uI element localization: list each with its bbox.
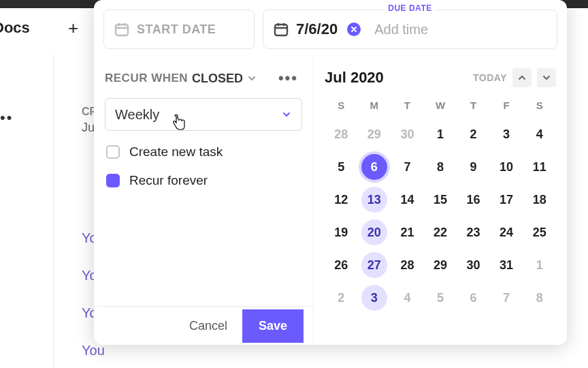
calendar-day[interactable]: 23 bbox=[457, 216, 490, 249]
calendar-day[interactable]: 7 bbox=[490, 281, 523, 314]
calendar-icon bbox=[273, 21, 289, 37]
calendar-day[interactable]: 19 bbox=[325, 216, 358, 249]
prev-month-button[interactable] bbox=[512, 68, 532, 87]
calendar-day-number: 6 bbox=[461, 285, 487, 311]
calendar-day[interactable]: 4 bbox=[523, 118, 556, 151]
calendar-day-number: 3 bbox=[493, 121, 519, 147]
add-time-button[interactable]: Add time bbox=[374, 22, 428, 37]
due-date-field[interactable]: DUE DATE 7/6/20 Add time bbox=[263, 10, 557, 49]
calendar-day[interactable]: 5 bbox=[424, 281, 457, 314]
calendar-day[interactable]: 3 bbox=[490, 118, 523, 151]
calendar-day[interactable]: 13 bbox=[358, 183, 391, 216]
calendar-dow: M bbox=[358, 93, 391, 118]
calendar-day[interactable]: 2 bbox=[457, 118, 490, 151]
calendar-day[interactable]: 29 bbox=[358, 118, 391, 151]
recur-forever-option[interactable]: Recur forever bbox=[103, 166, 304, 195]
calendar-day[interactable]: 31 bbox=[490, 249, 523, 281]
calendar-day-number: 7 bbox=[493, 285, 519, 311]
calendar-day[interactable]: 7 bbox=[391, 151, 424, 183]
calendar-day[interactable]: 16 bbox=[457, 183, 490, 216]
due-date-label: DUE DATE bbox=[384, 3, 436, 13]
next-month-button[interactable] bbox=[537, 68, 556, 87]
more-options-button[interactable]: ••• bbox=[278, 70, 298, 87]
calendar-day-number: 4 bbox=[527, 121, 553, 147]
svg-rect-0 bbox=[116, 25, 128, 35]
calendar-day[interactable]: 8 bbox=[523, 281, 556, 314]
start-date-placeholder: START DATE bbox=[137, 22, 216, 37]
calendar-day-number: 29 bbox=[361, 121, 387, 147]
calendar-day[interactable]: 18 bbox=[523, 183, 556, 216]
recur-forever-checkbox[interactable] bbox=[106, 174, 120, 187]
calendar-day[interactable]: 30 bbox=[457, 249, 490, 281]
calendar-day[interactable]: 1 bbox=[424, 118, 457, 151]
calendar-day-number: 5 bbox=[328, 154, 354, 180]
calendar-day[interactable]: 4 bbox=[391, 281, 424, 314]
calendar-day[interactable]: 28 bbox=[391, 249, 424, 281]
save-button[interactable]: Save bbox=[242, 309, 304, 343]
modal-top: START DATE DUE DATE 7/6/20 Add time bbox=[94, 0, 567, 57]
calendar-dow: S bbox=[325, 93, 358, 118]
calendar-day-number: 27 bbox=[361, 252, 387, 278]
calendar-day-number: 3 bbox=[361, 285, 387, 311]
calendar-day-number: 20 bbox=[361, 219, 387, 245]
calendar-day-number: 1 bbox=[427, 121, 453, 147]
calendar-day[interactable]: 15 bbox=[424, 183, 457, 216]
calendar-day[interactable]: 22 bbox=[424, 216, 457, 249]
calendar-dow-row: SMTWTFS bbox=[325, 93, 556, 118]
recur-status-select[interactable]: CLOSED bbox=[192, 72, 243, 86]
calendar-day[interactable]: 26 bbox=[325, 249, 358, 281]
calendar-month-title: Jul 2020 bbox=[325, 69, 384, 87]
date-picker-modal: START DATE DUE DATE 7/6/20 Add time RECU… bbox=[94, 0, 567, 345]
calendar-day[interactable]: 30 bbox=[391, 118, 424, 151]
calendar-day[interactable]: 17 bbox=[490, 183, 523, 216]
calendar-day[interactable]: 10 bbox=[490, 151, 523, 183]
calendar-day[interactable]: 28 bbox=[325, 118, 358, 151]
modal-footer: Cancel Save bbox=[103, 307, 304, 345]
calendar-day-number: 16 bbox=[461, 187, 487, 213]
calendar-day-number: 22 bbox=[427, 219, 453, 245]
calendar-day-number: 30 bbox=[461, 252, 487, 278]
calendar-day-number: 7 bbox=[394, 154, 420, 180]
recur-header: RECUR WHEN CLOSED ••• bbox=[105, 70, 304, 87]
x-icon bbox=[350, 26, 357, 33]
create-new-task-option[interactable]: Create new task bbox=[103, 138, 304, 166]
calendar-day[interactable]: 6 bbox=[358, 151, 391, 183]
calendar-day[interactable]: 8 bbox=[424, 151, 457, 183]
calendar-day-number: 9 bbox=[461, 154, 487, 180]
calendar-day-number: 28 bbox=[328, 121, 354, 147]
calendar-panel: Jul 2020 TODAY SMTWTFS 28293012345678910… bbox=[313, 57, 567, 345]
calendar-day-number: 29 bbox=[427, 252, 453, 278]
calendar-day-number: 10 bbox=[493, 154, 519, 180]
calendar-day[interactable]: 6 bbox=[457, 281, 490, 314]
calendar-day[interactable]: 12 bbox=[325, 183, 358, 216]
calendar-day[interactable]: 29 bbox=[424, 249, 457, 281]
calendar-day[interactable]: 1 bbox=[523, 249, 556, 281]
calendar-day-number: 12 bbox=[328, 187, 354, 213]
calendar-day[interactable]: 14 bbox=[391, 183, 424, 216]
calendar-day[interactable]: 24 bbox=[490, 216, 523, 249]
start-date-field[interactable]: START DATE bbox=[103, 10, 255, 49]
recur-frequency-select[interactable]: Weekly bbox=[105, 98, 302, 131]
calendar-day[interactable]: 11 bbox=[523, 151, 556, 183]
calendar-day-number: 28 bbox=[394, 252, 420, 278]
more-icon[interactable]: •• bbox=[0, 109, 13, 127]
create-new-task-checkbox[interactable] bbox=[106, 145, 120, 159]
create-new-task-label: Create new task bbox=[129, 144, 223, 159]
calendar-day[interactable]: 20 bbox=[358, 216, 391, 249]
calendar-day-number: 17 bbox=[493, 187, 519, 213]
calendar-day[interactable]: 9 bbox=[457, 151, 490, 183]
calendar-day[interactable]: 3 bbox=[358, 281, 391, 314]
calendar-day[interactable]: 27 bbox=[358, 249, 391, 281]
cancel-button[interactable]: Cancel bbox=[174, 309, 242, 343]
chevron-down-icon bbox=[247, 74, 257, 83]
add-icon[interactable]: + bbox=[68, 18, 78, 39]
chevron-down-icon bbox=[542, 73, 551, 82]
calendar-day[interactable]: 2 bbox=[325, 281, 358, 314]
today-button[interactable]: TODAY bbox=[473, 72, 507, 83]
calendar-day[interactable]: 25 bbox=[523, 216, 556, 249]
calendar-day[interactable]: 5 bbox=[325, 151, 358, 183]
clear-due-date-button[interactable] bbox=[347, 22, 361, 36]
breadcrumb-docs[interactable]: Docs bbox=[0, 19, 30, 37]
calendar-day[interactable]: 21 bbox=[391, 216, 424, 249]
calendar-day-number: 26 bbox=[328, 252, 354, 278]
